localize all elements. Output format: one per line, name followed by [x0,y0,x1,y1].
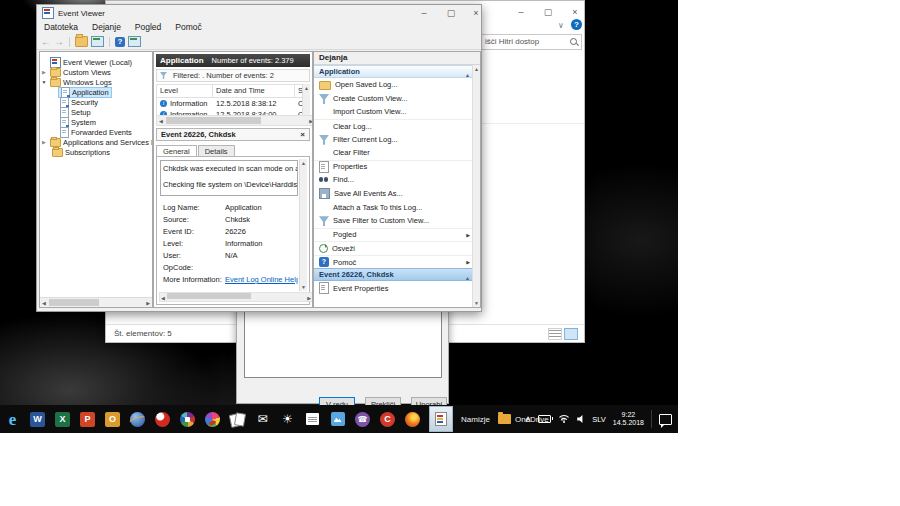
action-refresh[interactable]: Osveži [314,241,480,255]
action-properties[interactable]: Properties [314,160,480,174]
action-save-filter-custom-view[interactable]: Save Filter to Custom View... [314,214,480,228]
detail-horizontal-scrollbar[interactable]: ◀ ▶ [159,292,313,302]
taskbar-game-ball-icon[interactable] [150,405,175,433]
tree-item-subscriptions[interactable]: Subscriptions [40,147,152,157]
expand-icon[interactable]: ▶ [40,139,48,145]
action-attach-task[interactable]: Attach a Task To this Log... [314,200,480,214]
scroll-left-icon[interactable]: ◀ [159,118,163,124]
help-icon[interactable]: ? [115,37,125,47]
actions-section-event[interactable]: Event 26226, Chkdsk ▲ [314,268,480,281]
taskbar-paint-palette-icon[interactable] [200,405,225,433]
menu-action[interactable]: Dejanje [85,21,128,34]
action-clear-log[interactable]: Clear Log... [314,119,480,133]
scroll-left-icon[interactable]: ◀ [161,295,165,301]
battery-icon[interactable] [538,415,551,423]
scrollbar-thumb[interactable] [49,299,99,306]
tree-item-application[interactable]: Application [40,87,152,97]
volume-icon[interactable] [577,415,585,423]
tree-item-apps-services-logs[interactable]: ▶Applications and Services Lo [40,137,152,147]
tree-item-system[interactable]: System [40,117,152,127]
action-help-submenu[interactable]: ?Pomoč▶ [314,255,480,269]
open-folder-icon[interactable] [75,36,88,47]
table-row[interactable]: iInformation 12.5.2018 8:38:12 Chkdsk [157,98,309,109]
taskbar-firefox-icon[interactable] [400,405,425,433]
tree-item-windows-logs[interactable]: ▼Windows Logs [40,77,152,87]
taskbar-photos-icon[interactable] [325,405,350,433]
taskbar-powerpoint-icon[interactable]: P [75,405,100,433]
action-view-submenu[interactable]: Pogled▶ [314,228,480,242]
taskbar-event-viewer-active-button[interactable] [429,406,453,432]
taskbar-ccleaner-icon[interactable]: C [375,405,400,433]
ev-minimize-button[interactable]: – [414,7,434,19]
scroll-left-icon[interactable]: ◀ [42,300,46,306]
desktop-toolbar-label[interactable]: Namizje [461,415,490,424]
taskbar-outlook-icon[interactable]: O [100,405,125,433]
tree-item-custom-views[interactable]: ▶Custom Views [40,67,152,77]
wifi-icon[interactable] [558,415,570,424]
action-open-saved-log[interactable]: Open Saved Log... [314,78,480,92]
menu-help[interactable]: Pomoč [168,21,208,34]
dialog-listbox[interactable] [244,310,442,378]
tree-horizontal-scrollbar[interactable]: ◀ ▶ [40,297,152,307]
scroll-right-icon[interactable]: ▶ [307,295,311,301]
show-hide-pane-icon[interactable] [128,36,141,47]
expand-icon[interactable]: ▶ [40,69,48,75]
thumbnail-view-icon[interactable] [564,328,578,340]
table-horizontal-scrollbar[interactable]: ◀ ▶ [156,115,313,126]
action-center-icon[interactable] [659,414,672,425]
ev-maximize-button[interactable]: ▢ [441,7,461,19]
actions-vertical-scrollbar[interactable]: ▲ ▼ [472,65,480,307]
onedrive-folder-icon[interactable] [498,414,511,424]
actions-section-application[interactable]: Application ▲ [314,65,480,78]
action-save-all-events[interactable]: Save All Events As... [314,187,480,201]
taskbar-picasa-icon[interactable] [175,405,200,433]
close-detail-icon[interactable]: × [300,129,305,141]
menu-file[interactable]: Datoteka [37,21,85,34]
action-import-custom-view[interactable]: Import Custom View... [314,105,480,119]
scroll-down-icon[interactable]: ▼ [301,284,306,290]
scroll-up-icon[interactable]: ▲ [474,66,479,72]
column-level[interactable]: Level [157,85,213,97]
taskbar-viber-icon[interactable]: ☎ [350,405,375,433]
tree-item-forwarded-events[interactable]: Forwarded Events [40,127,152,137]
explorer-help-icon[interactable]: ? [571,19,582,30]
taskbar-photo-editor-icon[interactable] [125,405,150,433]
scroll-right-icon[interactable]: ▶ [146,300,150,306]
back-icon[interactable]: ← [41,37,51,47]
taskbar-solitaire-icon[interactable] [225,405,250,433]
scroll-up-icon[interactable]: ▲ [301,160,306,166]
action-filter-current-log[interactable]: Filter Current Log... [314,132,480,146]
taskbar-mail-icon[interactable]: ✉ [250,405,275,433]
detail-vertical-scrollbar[interactable]: ▲ ▼ [299,159,307,291]
event-message-box[interactable]: Chkdsk was executed in scan mode on a v … [160,160,298,196]
console-tree-icon[interactable] [91,36,104,47]
taskbar-excel-icon[interactable]: X [50,405,75,433]
show-hidden-icons-icon[interactable]: ∧ [525,414,532,424]
collapse-icon[interactable]: ▼ [40,79,48,85]
menu-view[interactable]: Pogled [128,21,168,34]
taskbar-internet-explorer-icon[interactable]: e [0,405,25,433]
action-clear-filter[interactable]: Clear Filter [314,146,480,160]
forward-icon[interactable]: → [54,37,64,47]
tree-item-security[interactable]: Security [40,97,152,107]
clock[interactable]: 9:22 14.5.2018 [613,411,644,427]
scrollbar-thumb[interactable] [166,117,261,124]
ribbon-collapse-icon[interactable]: ∨ [558,21,564,30]
action-find[interactable]: Find... [314,173,480,187]
tree-item-setup[interactable]: Setup [40,107,152,117]
explorer-maximize-button[interactable]: ▢ [538,6,558,18]
action-create-custom-view[interactable]: Create Custom View... [314,92,480,106]
scroll-down-icon[interactable]: ▼ [474,300,479,306]
details-view-icon[interactable] [548,328,562,340]
event-log-online-help-link[interactable]: Event Log Online Help [225,275,298,284]
ev-close-button[interactable]: × [466,7,486,19]
scroll-up-icon[interactable]: ▲ [304,85,309,91]
tree-item-root[interactable]: Event Viewer (Local) [40,57,152,67]
explorer-close-button[interactable]: × [565,6,585,18]
taskbar-calendar-icon[interactable] [300,405,325,433]
event-viewer-titlebar[interactable]: Event Viewer – ▢ × [37,5,481,21]
language-indicator[interactable]: SLV [592,415,606,424]
explorer-minimize-button[interactable]: – [511,6,531,18]
taskbar-weather-icon[interactable]: ☀ [275,405,300,433]
action-event-properties[interactable]: Event Properties [314,281,480,295]
